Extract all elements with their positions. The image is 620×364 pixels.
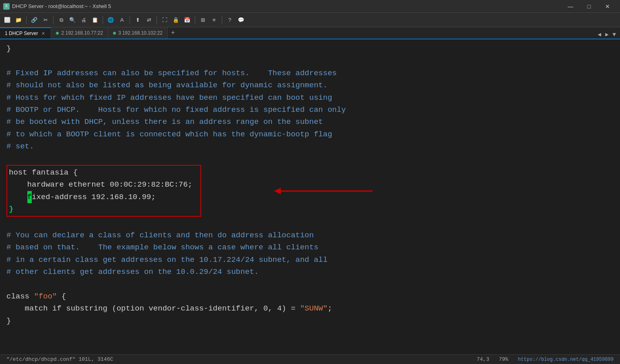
toolbar-print[interactable]: 🖨 [79, 15, 89, 25]
toolbar-rows[interactable]: ≡ [209, 15, 219, 25]
toolbar-help[interactable]: ? [225, 15, 235, 25]
tab-2-label: 2 192.168.10.77:22 [61, 30, 103, 36]
toolbar-disconnect[interactable]: ✂ [41, 15, 50, 25]
host-highlight-box: host fantasia { hardware ethernet 00:0C:… [6, 165, 201, 217]
toolbar-cols[interactable]: ⊞ [198, 15, 208, 25]
tab-nav-right[interactable]: ▶ [604, 30, 610, 39]
tab-nav: ◀ ▶ ▼ [596, 30, 620, 39]
line-blank2 [6, 153, 614, 165]
toolbar-find[interactable]: 🔍 [68, 15, 77, 25]
line-comment4: # BOOTP or DHCP. Hosts for which no fixe… [6, 104, 614, 116]
toolbar-sep-2 [53, 16, 54, 24]
main-content: } # Fixed IP addresses can also be speci… [0, 39, 620, 354]
window-controls: — □ ✕ [561, 0, 617, 13]
arrow-svg [272, 185, 377, 197]
toolbar-sep-1 [26, 16, 27, 24]
zoom-level: 79% [499, 356, 508, 362]
tab-3-192-168-10-102[interactable]: 3 192.168.10.102:22 [108, 27, 168, 39]
tab-1-label: 1 DHCP Server [5, 31, 38, 36]
line-comment2: # should not also be listed as being ava… [6, 79, 614, 91]
line-match: match if substring (option vendor-class-… [6, 302, 614, 315]
toolbar-sep-5 [157, 16, 157, 24]
line-comment11: # other clients get addresses on the 10.… [6, 266, 614, 278]
toolbar-sftp[interactable]: ⬆ [133, 15, 142, 25]
tab-2-192-168-10-77[interactable]: 2 192.168.10.77:22 [51, 27, 108, 39]
minimize-button[interactable]: — [561, 0, 580, 13]
toolbar-chat[interactable]: 💬 [236, 15, 246, 25]
close-button[interactable]: ✕ [598, 0, 617, 13]
arrow-container [272, 185, 377, 197]
title-bar: X DHCP Server - root@localhost:~ - Xshel… [0, 0, 620, 13]
line-comment7: # set. [6, 140, 614, 152]
line-comment10: # in a certain class get addresses on th… [6, 254, 614, 266]
line-class-open: class "foo" { [6, 290, 614, 302]
toolbar-sep-7 [222, 16, 222, 24]
tab-1-close[interactable]: ✕ [40, 31, 46, 36]
url-link: https://blog.csdn.net/qq_41959899 [518, 357, 614, 362]
toolbar: ⬜ 📁 🔗 ✂ ⧉ 🔍 🖨 📋 🌐 A ⬆ ⇄ ⛶ 🔒 📅 ⊞ ≡ ? 💬 [0, 13, 620, 27]
toolbar-open[interactable]: 📁 [14, 15, 23, 25]
line-blank4 [6, 278, 614, 290]
toolbar-calendar[interactable]: 📅 [182, 15, 192, 25]
line-host-close: } [9, 203, 192, 215]
app-icon: X [3, 3, 10, 10]
maximize-button[interactable]: □ [580, 0, 598, 13]
toolbar-session[interactable]: 📋 [90, 15, 100, 25]
line-blank1 [6, 55, 614, 67]
toolbar-font[interactable]: A [117, 15, 127, 25]
toolbar-lock[interactable]: 🔒 [171, 15, 181, 25]
line-closing-brace-top: } [6, 43, 614, 55]
status-bar: "/etc/dhcp/dhcpd.conf" 101L, 3146C 74,3 … [0, 354, 620, 364]
tab-nav-left[interactable]: ◀ [596, 30, 603, 39]
window-title: DHCP Server - root@localhost:~ - Xshell … [12, 3, 111, 9]
tab-nav-down[interactable]: ▼ [611, 31, 618, 39]
tab-3-dot [113, 32, 116, 35]
toolbar-earth[interactable]: 🌐 [106, 15, 115, 25]
code-editor[interactable]: } # Fixed IP addresses can also be speci… [6, 43, 614, 327]
tab-add-button[interactable]: + [168, 27, 178, 39]
line-comment3: # Hosts for which fixed IP addresses hav… [6, 92, 614, 104]
line-comment5: # be booted with DHCP, unless there is a… [6, 116, 614, 128]
tab-2-dot [56, 32, 59, 35]
line-host-open: host fantasia { [9, 167, 192, 179]
host-block-container: host fantasia { hardware ethernet 00:0C:… [6, 165, 614, 217]
tab-3-label: 3 192.168.10.102:22 [118, 30, 163, 36]
file-info: "/etc/dhcp/dhcpd.conf" 101L, 3146C [6, 356, 113, 362]
line-blank3 [6, 217, 614, 229]
svg-marker-1 [274, 188, 281, 194]
toolbar-sep-6 [195, 16, 195, 24]
toolbar-copy[interactable]: ⧉ [56, 15, 66, 25]
toolbar-xftp[interactable]: ⇄ [144, 15, 154, 25]
line-hardware: hardware ethernet 00:0C:29:82:BC:76; [9, 179, 192, 191]
cursor: f [27, 191, 32, 203]
line-comment6: # to which a BOOTP client is connected w… [6, 128, 614, 140]
line-fixed: fixed-address 192.168.10.99; [9, 191, 192, 203]
toolbar-sep-4 [130, 16, 130, 24]
line-class-close: } [6, 315, 614, 327]
tab-bar: 1 DHCP Server ✕ 2 192.168.10.77:22 3 192… [0, 27, 620, 39]
cursor-position: 74,3 [477, 356, 489, 362]
line-comment8: # You can declare a class of clients and… [6, 229, 614, 241]
toolbar-sep-3 [103, 16, 103, 24]
status-right: 74,3 79% https://blog.csdn.net/qq_419598… [477, 356, 614, 362]
toolbar-connect[interactable]: 🔗 [29, 15, 39, 25]
title-bar-left: X DHCP Server - root@localhost:~ - Xshel… [3, 3, 111, 10]
toolbar-fullscreen[interactable]: ⛶ [160, 15, 169, 25]
line-comment1: # Fixed IP addresses can also be specifi… [6, 67, 614, 79]
line-comment9: # based on that. The example below shows… [6, 241, 614, 253]
tab-1-dhcp-server[interactable]: 1 DHCP Server ✕ [0, 27, 51, 39]
toolbar-new[interactable]: ⬜ [2, 15, 12, 25]
